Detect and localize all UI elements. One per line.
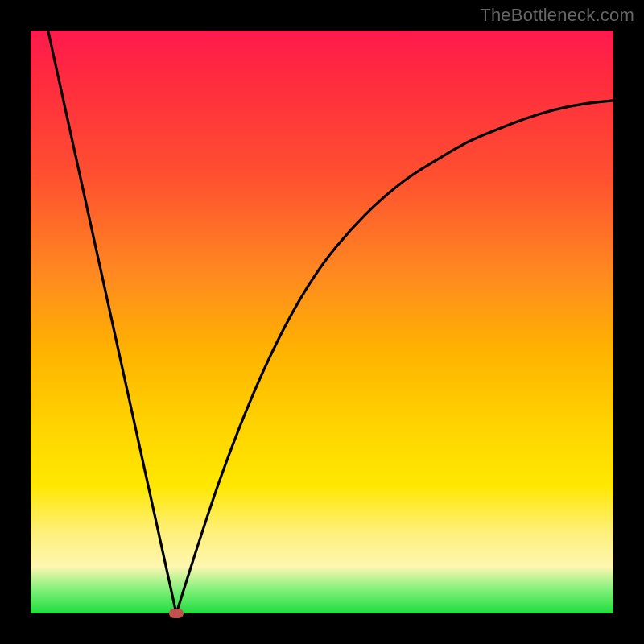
min-marker xyxy=(169,609,184,618)
curve-right xyxy=(176,101,613,613)
watermark-text: TheBottleneck.com xyxy=(480,5,634,26)
curve-svg xyxy=(31,31,613,613)
chart-frame: TheBottleneck.com xyxy=(0,0,644,644)
plot-area xyxy=(31,31,613,613)
curve-left xyxy=(48,31,176,613)
